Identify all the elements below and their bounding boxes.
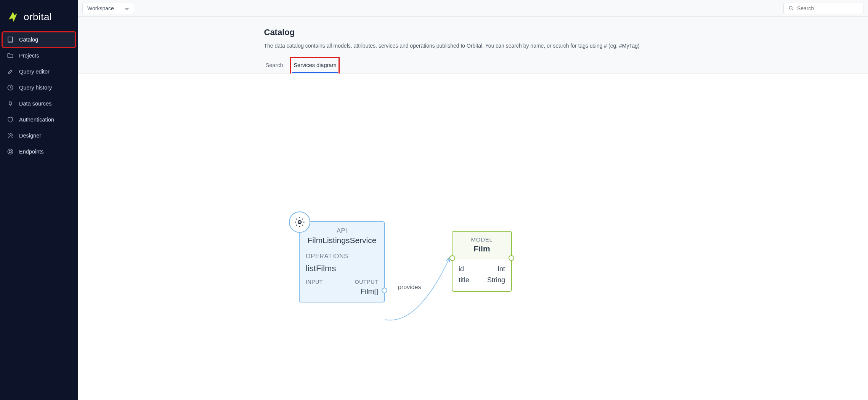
search-input[interactable] <box>797 5 858 11</box>
output-value: Film[] <box>361 287 378 296</box>
sidebar-item-label: Authentication <box>19 117 54 123</box>
node-api[interactable]: </> API FilmListingsService OPERATIONS l… <box>299 221 385 302</box>
diagram-canvas[interactable]: </> API FilmListingsService OPERATIONS l… <box>78 74 868 400</box>
field-name: id <box>459 265 464 273</box>
nav: Catalog Projects Query editor Query hist… <box>0 32 78 159</box>
sidebar-item-data-sources[interactable]: Data sources <box>2 96 75 111</box>
sidebar: orbital Catalog Projects Query editor <box>0 0 78 400</box>
api-type-label: API <box>306 227 378 234</box>
search-box[interactable] <box>783 3 863 14</box>
tab-services-diagram[interactable]: Services diagram <box>292 59 338 73</box>
sidebar-item-label: Catalog <box>19 37 38 43</box>
sidebar-item-endpoints[interactable]: Endpoints <box>2 144 75 159</box>
clock-icon <box>7 84 14 91</box>
sidebar-item-authentication[interactable]: Authentication <box>2 112 75 127</box>
operations-label: OPERATIONS <box>306 253 378 260</box>
port-input[interactable] <box>449 255 455 261</box>
field-type: Int <box>497 265 505 273</box>
edge-label: provides <box>398 284 421 291</box>
svg-line-10 <box>792 9 793 10</box>
model-name: Film <box>459 244 505 253</box>
field-type: String <box>487 276 505 284</box>
sidebar-item-label: Query history <box>19 85 52 91</box>
input-label: INPUT <box>306 279 323 285</box>
sidebar-item-query-editor[interactable]: Query editor <box>2 64 75 79</box>
search-icon <box>788 5 794 11</box>
svg-point-8 <box>9 150 11 153</box>
pencil-icon <box>7 68 14 75</box>
logo: orbital <box>0 5 78 32</box>
gear-icon: </> <box>289 211 310 233</box>
port-output[interactable] <box>509 255 514 261</box>
field-row: title String <box>459 275 505 286</box>
tab-search[interactable]: Search <box>264 59 285 73</box>
page-title: Catalog <box>264 27 682 37</box>
svg-rect-0 <box>8 37 13 42</box>
page-description: The data catalog contains all models, at… <box>264 42 682 50</box>
logo-mark-icon <box>6 10 20 24</box>
workspace-label: Workspace <box>87 5 114 11</box>
topbar: Workspace <box>78 0 868 17</box>
folder-icon <box>7 52 14 59</box>
logo-text: orbital <box>24 11 52 23</box>
sidebar-item-label: Endpoints <box>19 149 44 155</box>
tools-icon <box>7 132 14 139</box>
field-row: id Int <box>459 264 505 275</box>
field-name: title <box>459 276 469 284</box>
sidebar-item-label: Projects <box>19 53 39 59</box>
sidebar-item-query-history[interactable]: Query history <box>2 80 75 95</box>
chevron-down-icon <box>125 6 129 11</box>
main: Workspace Catalog The data catalog conta… <box>78 0 868 400</box>
svg-text:</>: </> <box>298 221 302 224</box>
sidebar-item-label: Query editor <box>19 69 50 75</box>
svg-point-9 <box>789 6 793 10</box>
sidebar-item-label: Data sources <box>19 101 51 107</box>
model-type-label: MODEL <box>459 236 505 243</box>
plug-icon <box>7 100 14 107</box>
output-label: OUTPUT <box>355 279 378 285</box>
shield-icon <box>7 116 14 123</box>
sidebar-item-projects[interactable]: Projects <box>2 48 75 63</box>
port-output[interactable] <box>382 288 387 293</box>
sidebar-item-designer[interactable]: Designer <box>2 128 75 143</box>
api-name: FilmListingsService <box>306 236 378 245</box>
sidebar-item-catalog[interactable]: Catalog <box>2 32 75 47</box>
target-icon <box>7 148 14 155</box>
svg-rect-3 <box>9 102 11 105</box>
book-icon <box>7 36 14 43</box>
svg-point-7 <box>8 149 13 154</box>
sidebar-item-label: Designer <box>19 133 41 139</box>
workspace-select[interactable]: Workspace <box>82 3 134 14</box>
operation-name: listFilms <box>306 264 378 274</box>
content-header: Catalog The data catalog contains all mo… <box>78 17 868 74</box>
tabs: Search Services diagram <box>264 59 682 73</box>
node-model[interactable]: MODEL Film id Int title String <box>452 231 512 292</box>
